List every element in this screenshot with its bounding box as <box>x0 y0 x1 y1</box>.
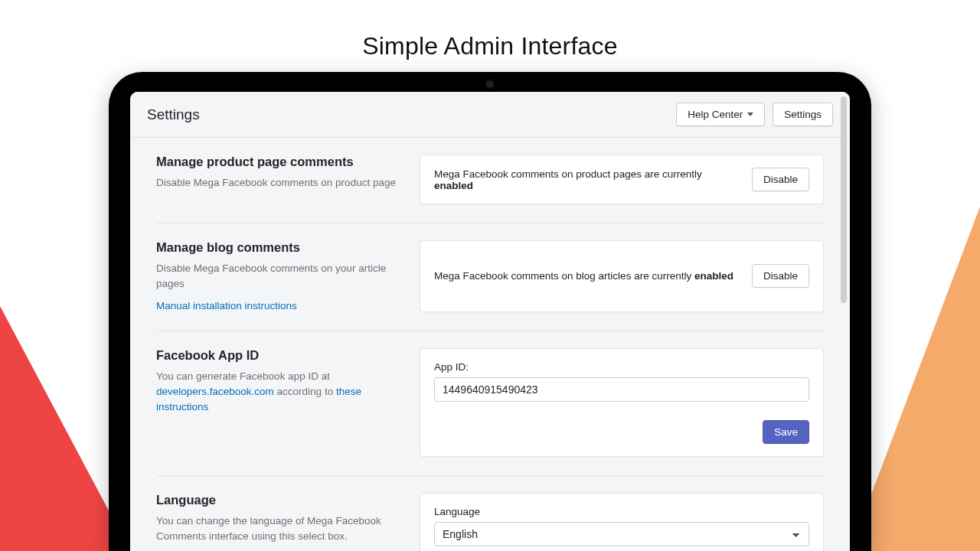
status-prefix: Mega Facebook comments on product pages … <box>434 168 702 180</box>
section-title: Language <box>156 493 401 507</box>
status-prefix: Mega Facebook comments on blog articles … <box>434 270 694 282</box>
section-language: Language You can change the language of … <box>156 476 824 552</box>
scrollbar[interactable] <box>841 96 847 303</box>
section-title: Facebook App ID <box>156 348 401 363</box>
hero-title: Simple Admin Interface <box>0 32 980 60</box>
desc-mid: according to <box>274 386 336 397</box>
content: Manage product page comments Disable Meg… <box>130 138 850 551</box>
section-desc: Disable Mega Facebook comments on produc… <box>156 175 401 191</box>
disable-product-comments-button[interactable]: Disable <box>752 168 809 191</box>
help-center-label: Help Center <box>688 109 743 120</box>
app-id-input[interactable] <box>434 377 809 402</box>
status-word: enabled <box>434 180 473 191</box>
card-app-id: App ID: Save <box>420 348 824 457</box>
section-desc: You can generate Facebook app ID at deve… <box>156 369 401 416</box>
chevron-down-icon <box>747 112 753 116</box>
section-title: Manage product page comments <box>156 155 401 169</box>
app-screen: Settings Help Center Settings Manage pro… <box>130 92 850 551</box>
card-blog-status: Mega Facebook comments on blog articles … <box>420 240 824 312</box>
developers-facebook-link[interactable]: developers.facebook.com <box>156 386 274 397</box>
laptop-camera-icon <box>487 81 493 87</box>
card-language: Language English Save <box>420 493 824 552</box>
laptop-frame: Settings Help Center Settings Manage pro… <box>109 72 871 551</box>
section-app-id: Facebook App ID You can generate Faceboo… <box>156 331 824 476</box>
disable-blog-comments-button[interactable]: Disable <box>752 264 809 288</box>
settings-button-label: Settings <box>784 109 822 120</box>
help-center-dropdown[interactable]: Help Center <box>676 103 765 126</box>
status-text: Mega Facebook comments on product pages … <box>434 168 743 191</box>
manual-install-link[interactable]: Manual installation instructions <box>156 300 297 311</box>
topbar: Settings Help Center Settings <box>130 92 850 138</box>
page-title: Settings <box>147 106 200 123</box>
topbar-actions: Help Center Settings <box>676 103 833 126</box>
section-blog-comments: Manage blog comments Disable Mega Facebo… <box>156 223 824 331</box>
save-app-id-button[interactable]: Save <box>763 420 809 444</box>
language-select[interactable]: English <box>434 522 809 546</box>
section-desc: You can change the language of Mega Face… <box>156 514 401 545</box>
desc-pre: You can generate Facebook app ID at <box>156 370 330 382</box>
section-title: Manage blog comments <box>156 240 401 255</box>
settings-button[interactable]: Settings <box>773 103 833 126</box>
status-text: Mega Facebook comments on blog articles … <box>434 270 733 282</box>
language-label: Language <box>434 506 809 517</box>
app-id-label: App ID: <box>434 361 809 373</box>
status-word: enabled <box>694 270 733 282</box>
section-product-comments: Manage product page comments Disable Meg… <box>156 138 824 223</box>
section-desc: Disable Mega Facebook comments on your a… <box>156 261 401 292</box>
card-product-status: Mega Facebook comments on product pages … <box>420 155 824 204</box>
